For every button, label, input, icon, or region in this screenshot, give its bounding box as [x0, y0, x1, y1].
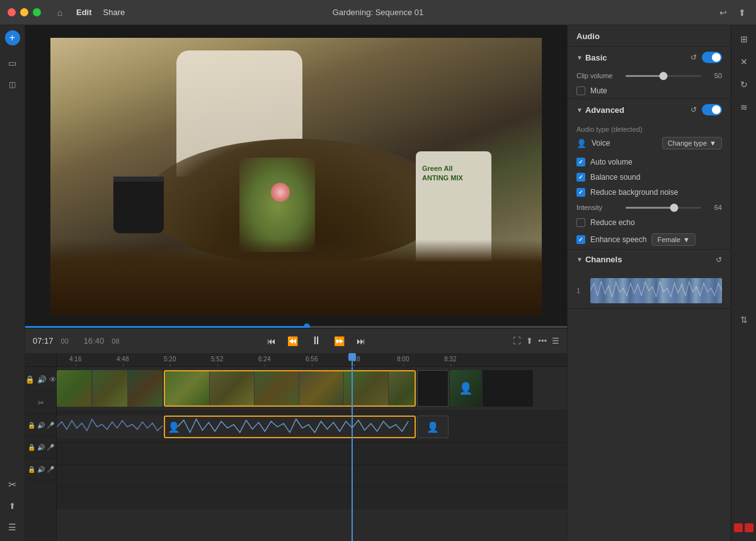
- progress-thumb: [304, 323, 310, 328]
- channels-reset-icon[interactable]: ↺: [716, 255, 722, 264]
- basic-reset-icon[interactable]: ↺: [690, 53, 697, 62]
- red-squares: [734, 523, 753, 536]
- sidebar-import-icon[interactable]: ▭: [4, 54, 21, 72]
- maximize-button[interactable]: [33, 8, 41, 16]
- change-type-button[interactable]: Change type ▼: [662, 137, 722, 149]
- red-square-1: [734, 523, 743, 532]
- mute-checkbox[interactable]: [576, 86, 585, 95]
- mic-icon-4[interactable]: 🎤: [47, 466, 54, 473]
- pause-button[interactable]: ⏸: [307, 332, 326, 351]
- enhance-speech-dropdown[interactable]: Female ▼: [651, 233, 696, 246]
- export-icon[interactable]: ⬆: [526, 336, 533, 346]
- lock-icon-3[interactable]: 🔒: [28, 444, 35, 451]
- advanced-section: ▼ Advanced ↺ Audio type (detected) 👤 Voi…: [568, 99, 731, 250]
- vol-icon-2[interactable]: 🔊: [37, 422, 45, 429]
- balance-sound-checkbox[interactable]: [576, 173, 585, 182]
- channel-waveform: [590, 278, 722, 303]
- audio-clip-selected[interactable]: 👤: [164, 416, 416, 438]
- lock-icon-2[interactable]: 🔒: [28, 422, 35, 429]
- vol-icon-3[interactable]: 🔊: [37, 444, 45, 451]
- sidebar-tools-icon[interactable]: ✂: [4, 475, 21, 493]
- ruler-tick-7: 8:00: [397, 356, 409, 363]
- clip-selected[interactable]: [164, 370, 416, 407]
- enhance-speech-option: Female: [657, 236, 680, 243]
- intensity-fill: [626, 207, 674, 209]
- menu-share[interactable]: Share: [103, 8, 125, 17]
- menu-edit[interactable]: Edit: [76, 8, 92, 17]
- title-bar-right: ↩ ⬆: [717, 6, 748, 19]
- mic-icon-3[interactable]: 🎤: [47, 444, 54, 451]
- enhance-speech-checkbox[interactable]: [576, 235, 585, 244]
- advanced-section-header[interactable]: ▼ Advanced ↺: [568, 99, 731, 120]
- reduce-noise-checkbox[interactable]: [576, 188, 585, 197]
- basic-title: Basic: [585, 53, 690, 62]
- minimize-button[interactable]: [20, 8, 28, 16]
- home-icon[interactable]: ⌂: [51, 4, 69, 21]
- sidebar-export-icon[interactable]: ⬆: [4, 497, 21, 515]
- intensity-label: Intensity: [576, 204, 621, 211]
- share-icon[interactable]: ⬆: [736, 6, 748, 19]
- rewind-button[interactable]: ⏪: [285, 334, 301, 349]
- cut-icon[interactable]: ✂: [38, 398, 44, 407]
- auto-volume-label: Auto volume: [590, 158, 633, 166]
- panel-content: Audio ▼ Basic ↺ Clip volume: [568, 25, 731, 541]
- lock-icon[interactable]: 🔒: [25, 375, 35, 384]
- eye-icon[interactable]: 👁: [49, 375, 57, 384]
- auto-volume-checkbox[interactable]: [576, 158, 585, 166]
- sidebar-media-icon[interactable]: ◫: [4, 76, 21, 93]
- more-options-icon[interactable]: •••: [538, 336, 547, 346]
- fullscreen-icon[interactable]: ⛶: [513, 336, 521, 346]
- intensity-thumb[interactable]: [670, 204, 678, 212]
- clip-black[interactable]: [417, 370, 449, 407]
- advanced-section-icons: ↺: [690, 104, 722, 115]
- right-icon-grid[interactable]: ⊞: [735, 30, 753, 48]
- intensity-slider[interactable]: [626, 207, 701, 209]
- auto-volume-row: Auto volume: [568, 154, 731, 170]
- mic-icon-2[interactable]: 🎤: [47, 422, 54, 429]
- fast-forward-button[interactable]: ⏩: [332, 334, 347, 349]
- audio-panel-header: Audio: [568, 25, 731, 47]
- current-frames: 00: [61, 337, 69, 345]
- skip-to-end-button[interactable]: ⏭: [353, 334, 369, 349]
- close-button[interactable]: [8, 8, 16, 16]
- audio-clip-next[interactable]: 👤: [417, 416, 449, 438]
- vol-icon-4[interactable]: 🔊: [37, 466, 45, 473]
- skip-to-start-button[interactable]: ⏮: [264, 334, 279, 349]
- advanced-title: Advanced: [585, 105, 690, 115]
- lock-icon-4[interactable]: 🔒: [28, 466, 35, 473]
- right-icon-curves[interactable]: ≋: [735, 98, 753, 116]
- clip-volume-thumb[interactable]: [660, 72, 668, 80]
- playback-bar: 07:17 00 16:40 08 ⏮ ⏪ ⏸ ⏩ ⏭ ⛶ ⬆ ••• ☰: [25, 328, 567, 353]
- right-icon-close[interactable]: ✕: [735, 53, 753, 71]
- undo-icon[interactable]: ↩: [717, 6, 730, 19]
- channels-section-icons: ↺: [716, 255, 722, 264]
- clip-next-1[interactable]: 👤: [450, 370, 481, 407]
- channels-section-header[interactable]: ▼ Channels ↺: [568, 250, 731, 269]
- person-icon-left: 👤: [168, 421, 180, 433]
- left-sidebar: + ▭ ◫ ✂ ⬆ ☰: [0, 25, 25, 541]
- reduce-echo-checkbox[interactable]: [576, 218, 585, 227]
- audio-icon[interactable]: 🔊: [37, 375, 47, 384]
- menu-items: Edit Share: [76, 8, 125, 17]
- right-icon-bar: ⊞ ✕ ↻ ≋ ⇅: [731, 25, 756, 541]
- sidebar-settings-icon[interactable]: ☰: [4, 518, 21, 536]
- current-time: 07:17: [33, 336, 54, 346]
- clip-dark[interactable]: [483, 370, 533, 407]
- right-icon-adjust[interactable]: ⇅: [735, 311, 753, 329]
- audio-clip-1[interactable]: [57, 416, 163, 438]
- add-button[interactable]: +: [5, 30, 20, 45]
- clip-volume-slider[interactable]: [626, 75, 701, 77]
- basic-toggle[interactable]: [702, 52, 722, 63]
- advanced-toggle[interactable]: [702, 104, 722, 115]
- audio-track-lower-2: [57, 465, 567, 487]
- clip-1[interactable]: [57, 370, 163, 407]
- video-track-1: 👤: [57, 367, 567, 411]
- right-icon-refresh[interactable]: ↻: [735, 76, 753, 93]
- audio-type-detected-label: Audio type (detected): [576, 125, 722, 133]
- menu-icon[interactable]: ☰: [552, 336, 559, 346]
- enhance-speech-row: Enhance speech Female ▼: [568, 230, 731, 249]
- ruler-tick-6: 6:56: [306, 356, 318, 363]
- basic-section-header[interactable]: ▼ Basic ↺: [568, 47, 731, 68]
- video-progress-bar[interactable]: [25, 326, 567, 328]
- advanced-reset-icon[interactable]: ↺: [690, 105, 697, 114]
